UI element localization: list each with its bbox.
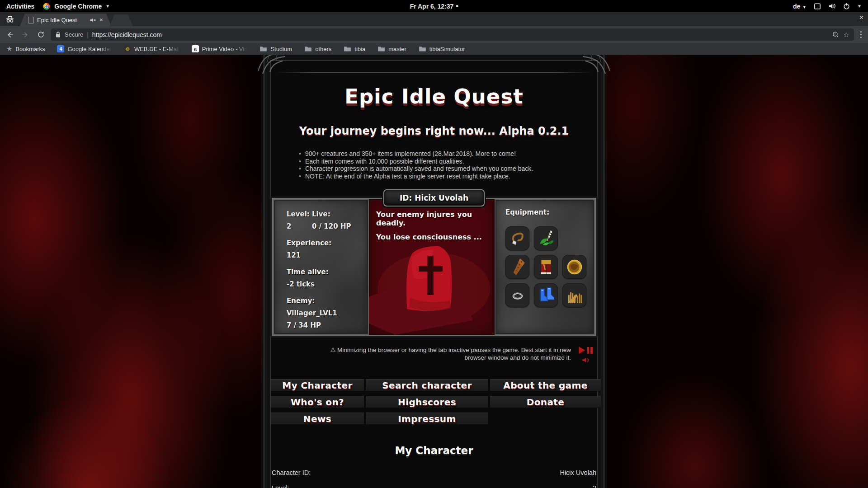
bookmark-label: master — [388, 46, 406, 52]
equipment-slot-club[interactable] — [505, 255, 529, 279]
app-menu[interactable]: Google Chrome ▼ — [42, 2, 110, 10]
feature-item: Each item comes with 10.000 possible dif… — [299, 158, 597, 165]
clock[interactable]: Fr Apr 6, 12:37 — [410, 3, 458, 10]
bookmark-folder-tibiasimulator[interactable]: tibiaSimulator — [419, 46, 465, 52]
row-value: Hicix Uvolah — [560, 469, 596, 477]
amazon-icon: a — [192, 45, 199, 52]
page-container: Epic Idle Quest Your journey begins righ… — [270, 60, 598, 488]
bookmark-folder-others[interactable]: others — [304, 46, 331, 52]
folder-icon — [377, 46, 385, 52]
bookmarks-manager[interactable]: ★ Bookmarks — [6, 45, 45, 53]
menu-about-the-game[interactable]: About the game — [490, 379, 601, 391]
bookmarks-bar: ★ Bookmarks 4 Google Kalender @ WEB.DE -… — [0, 43, 868, 55]
menu-donate[interactable]: Donate — [490, 396, 601, 408]
notification-dot — [456, 5, 458, 7]
bookmark-folder-studium[interactable]: Studium — [259, 46, 292, 52]
bookmark-prime-video[interactable]: a Prime Video - Vid — [192, 45, 248, 52]
display-icon — [814, 3, 821, 9]
url-bar[interactable]: Secure | https://epicidlequest.com ☆ — [51, 28, 854, 41]
level-label: Level: — [287, 210, 312, 218]
sound-icon[interactable] — [581, 357, 590, 364]
tab-audio-muted-icon[interactable] — [90, 17, 96, 23]
bookmark-folder-master[interactable]: master — [377, 46, 406, 52]
volume-icon — [828, 3, 836, 9]
equipment-slot-ring[interactable] — [505, 283, 529, 307]
equipment-slot-herb[interactable] — [534, 226, 558, 250]
lock-icon — [55, 31, 61, 38]
forward-icon — [21, 30, 30, 39]
page-subtitle: Your journey begins right now... Alpha 0… — [271, 125, 597, 137]
incognito-icon — [5, 14, 15, 24]
main-menu: My Character Search character About the … — [271, 379, 597, 425]
back-button[interactable] — [5, 29, 15, 40]
game-panel: ID: Hicix Uvolah Level:Live: 20 / 120 HP… — [272, 198, 596, 336]
play-icon[interactable] — [579, 347, 585, 354]
warning-text: ⚠ Minimizing the browser or having the t… — [315, 346, 571, 364]
equipment-slot-legs[interactable] — [534, 255, 558, 279]
tab-title: Epic Idle Quest — [37, 17, 86, 23]
bookmark-google-kalender[interactable]: 4 Google Kalender — [57, 45, 112, 52]
new-tab-button[interactable] — [109, 14, 133, 26]
enemy-hp: 7 / 34 HP — [287, 321, 369, 329]
legs-icon — [537, 258, 556, 277]
bookmark-label: WEB.DE - E-Mail — [134, 46, 179, 52]
feature-item: Character progression is automatically s… — [299, 165, 597, 173]
menu-my-character[interactable]: My Character — [271, 379, 364, 391]
boots-icon — [537, 286, 556, 305]
menu-whos-on[interactable]: Who's on? — [271, 396, 364, 408]
back-icon — [5, 30, 14, 39]
activities-button[interactable]: Activities — [6, 3, 34, 10]
menu-search-character[interactable]: Search character — [366, 379, 488, 391]
chrome-logo-icon — [42, 2, 51, 10]
clock-label: Fr Apr 6, 12:37 — [410, 3, 454, 10]
club-icon — [508, 258, 527, 277]
chevron-down-icon: ▼ — [802, 5, 807, 9]
menu-news[interactable]: News — [271, 413, 364, 425]
chevron-down-icon: ▼ — [857, 4, 862, 9]
character-row: Level: 2 — [272, 484, 596, 488]
reload-button[interactable] — [35, 29, 46, 40]
experience-label: Experience: — [287, 239, 369, 247]
bookmark-webde[interactable]: @ WEB.DE - E-Mail — [124, 45, 179, 52]
menu-impressum[interactable]: Impressum — [366, 413, 488, 425]
tombstone-image — [369, 230, 495, 335]
enemy-label: Enemy: — [287, 297, 369, 305]
feature-item: NOTE: At the end of the Alpha test a sin… — [299, 173, 597, 180]
equipment-slot-amulet[interactable] — [505, 226, 529, 250]
incognito-indicator — [0, 12, 20, 26]
equipment-slot-shield[interactable] — [562, 255, 586, 279]
browser-toolbar: Secure | https://epicidlequest.com ☆ — [0, 26, 868, 43]
menu-highscores[interactable]: Highscores — [366, 396, 488, 408]
equipment-panel: Equipment: — [495, 199, 595, 335]
webde-icon: @ — [124, 45, 131, 52]
tab-close-button[interactable]: × — [99, 17, 103, 23]
bookmark-star-icon[interactable]: ☆ — [843, 31, 849, 39]
browser-tab[interactable]: Epic Idle Quest × — [20, 14, 111, 26]
system-tray[interactable]: de ▼ ▼ — [793, 3, 868, 10]
stats-panel: Level:Live: 20 / 120 HP Experience: 121 … — [273, 199, 369, 335]
folder-icon — [344, 46, 351, 52]
pause-icon[interactable] — [587, 347, 593, 354]
bookmark-folder-tibia[interactable]: tibia — [344, 46, 365, 52]
keyboard-layout-indicator[interactable]: de ▼ — [793, 3, 807, 10]
page-favicon-icon — [28, 17, 34, 23]
tab-strip: Epic Idle Quest × × — [0, 12, 868, 26]
folder-icon — [304, 46, 312, 52]
forward-button[interactable] — [20, 29, 31, 40]
equipment-slot-gloves[interactable] — [562, 283, 586, 307]
browser-menu-button[interactable] — [859, 31, 864, 38]
equipment-slot-boots[interactable] — [534, 283, 558, 307]
power-icon — [843, 3, 850, 9]
frame-ornament-icon — [581, 55, 613, 82]
live-label: Live: — [312, 210, 330, 218]
zoom-out-icon[interactable] — [832, 31, 840, 38]
equipment-grid — [505, 226, 595, 307]
folder-icon — [419, 46, 426, 52]
window-close-button[interactable]: × — [859, 14, 863, 21]
bookmark-label: tibiaSimulator — [429, 46, 465, 52]
battle-view: Your enemy injures you deadly. You lose … — [369, 199, 495, 335]
bookmark-label: Studium — [270, 46, 292, 52]
bookmark-label: Bookmarks — [15, 46, 45, 52]
pause-warning: ⚠ Minimizing the browser or having the t… — [271, 346, 597, 364]
time-alive-value: -2 ticks — [287, 280, 369, 288]
